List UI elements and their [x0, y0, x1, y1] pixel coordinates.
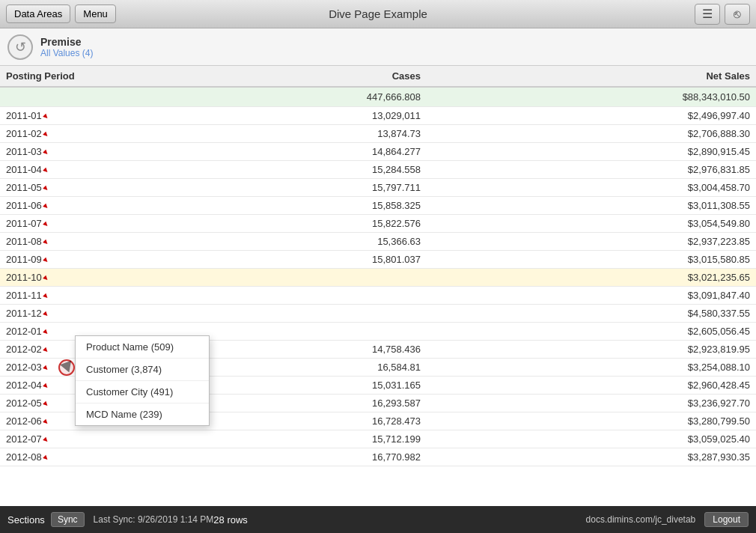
table-row[interactable]: 2011-09 ▸ 15,801.037 $3,015,580.85: [0, 251, 756, 269]
netsales-cell: $3,280,799.50: [427, 412, 756, 430]
period-value: 2012-04: [6, 380, 42, 391]
dive-arrow-icon: ▸: [41, 434, 52, 445]
menu-button[interactable]: Menu: [75, 4, 116, 23]
dive-arrow-icon: ▸: [41, 183, 52, 193]
netsales-cell: $3,021,235.65: [427, 269, 756, 287]
netsales-cell: $2,496,997.40: [427, 107, 756, 125]
cases-cell: 15,858.325: [127, 197, 427, 215]
share-button[interactable]: ⎋: [725, 4, 750, 25]
summary-netsales: $88,343,010.50: [427, 87, 756, 107]
col-header-period: Posting Period: [0, 66, 127, 87]
period-cell: 2011-09 ▸: [0, 251, 127, 269]
period-cell: 2011-02 ▸: [0, 125, 127, 143]
netsales-cell: $2,923,819.95: [427, 341, 756, 359]
logout-button[interactable]: Logout: [704, 512, 749, 527]
header-actions: ☰ ⎋: [695, 4, 750, 25]
table-row[interactable]: 2011-08 ▸ 15,366.63 $2,937,223.85: [0, 233, 756, 251]
netsales-cell: $3,254,088.10: [427, 359, 756, 377]
netsales-cell: $2,706,888.30: [427, 125, 756, 143]
data-areas-button[interactable]: Data Areas: [6, 4, 70, 23]
dive-arrow-icon: ▸: [41, 111, 52, 121]
table-row[interactable]: 2011-04 ▸ 15,284.558 $2,976,831.85: [0, 161, 756, 179]
table-row[interactable]: 2011-03 ▸ 14,864.277 $2,890,915.45: [0, 143, 756, 161]
dive-arrow-icon: ▸: [41, 129, 52, 139]
table-row[interactable]: 2011-11 ▸ $3,091,847.40: [0, 287, 756, 305]
cases-cell: 15,797.711: [127, 179, 427, 197]
cases-cell: 13,874.73: [127, 125, 427, 143]
sections-button[interactable]: Sections: [7, 514, 45, 526]
period-cell: 2011-06 ▸: [0, 197, 127, 215]
premise-icon: ↺: [7, 34, 33, 60]
table-row[interactable]: 2012-07 ▸ 15,712.199 $3,059,025.40: [0, 430, 756, 448]
netsales-cell: $3,004,458.70: [427, 179, 756, 197]
table-row[interactable]: 2011-05 ▸ 15,797.711 $3,004,458.70: [0, 179, 756, 197]
dropdown-item[interactable]: Customer City (491): [76, 381, 209, 403]
premise-sub: All Values (4): [40, 48, 93, 58]
period-cell: 2011-04 ▸: [0, 161, 127, 179]
period-value: 2011-07: [6, 218, 42, 229]
table-row[interactable]: 2011-10 ▸ $3,021,235.65: [0, 269, 756, 287]
rows-count: 28 rows: [213, 514, 248, 526]
table-row[interactable]: 2012-08 ▸ 16,770.982 $3,287,930.35: [0, 448, 756, 466]
period-value: 2012-08: [6, 451, 42, 463]
dive-arrow-icon: ▸: [41, 326, 52, 337]
period-value: 2012-01: [6, 326, 42, 337]
netsales-cell: $3,054,549.80: [427, 215, 756, 233]
period-value: 2011-05: [6, 182, 42, 193]
period-cell: 2011-10 ▸: [0, 269, 127, 287]
period-value: 2012-06: [6, 415, 42, 427]
dive-arrow-icon: ▸: [41, 452, 52, 463]
dive-arrow-icon: ▸: [41, 398, 52, 409]
period-cell: 2011-05 ▸: [0, 179, 127, 197]
netsales-cell: $3,091,847.40: [427, 287, 756, 305]
sync-button[interactable]: Sync: [51, 512, 85, 527]
summary-cases: 447,666.808: [127, 87, 427, 107]
dropdown-item[interactable]: MCD Name (239): [76, 403, 209, 425]
period-cell: 2012-07 ▸: [0, 430, 127, 448]
premise-bar: ↺ Premise All Values (4): [0, 28, 756, 66]
dive-arrow-icon: ▸: [41, 237, 52, 247]
period-cell: 2011-03 ▸: [0, 143, 127, 161]
table-row[interactable]: 2011-07 ▸ 15,822.576 $3,054,549.80: [0, 215, 756, 233]
period-value: 2011-03: [6, 146, 42, 157]
period-value: 2011-02: [6, 128, 42, 139]
period-value: 2012-07: [6, 433, 42, 445]
period-cell: 2011-07 ▸: [0, 215, 127, 233]
data-table-container[interactable]: Posting Period Cases Net Sales 447,666.8…: [0, 66, 756, 506]
netsales-cell: $2,937,223.85: [427, 233, 756, 251]
dive-arrow-icon: ▸: [41, 380, 52, 391]
dive-dropdown[interactable]: Product Name (509)Customer (3,874)Custom…: [75, 335, 210, 426]
cases-cell: 14,864.277: [127, 143, 427, 161]
netsales-cell: $3,287,930.35: [427, 448, 756, 466]
period-value: 2011-08: [6, 236, 42, 247]
period-value: 2011-04: [6, 164, 42, 175]
cases-cell: [127, 269, 427, 287]
table-row[interactable]: 2011-06 ▸ 15,858.325 $3,011,308.55: [0, 197, 756, 215]
period-cell: 2011-11 ▸: [0, 287, 127, 305]
dropdown-item[interactable]: Product Name (509): [76, 336, 209, 359]
period-value: 2011-06: [6, 200, 42, 211]
table-row[interactable]: 2011-02 ▸ 13,874.73 $2,706,888.30: [0, 125, 756, 143]
col-header-netsales: Net Sales: [427, 66, 756, 87]
summary-period: [0, 87, 127, 107]
dive-arrow-icon: ▸: [41, 147, 52, 157]
table-row[interactable]: 2011-01 ▸ 13,029,011 $2,496,997.40: [0, 107, 756, 125]
page-title: Dive Page Example: [329, 7, 427, 20]
dive-arrow-icon: ▸: [41, 255, 52, 265]
header-bar: Data Areas Menu Dive Page Example ☰ ⎋: [0, 0, 756, 28]
dive-arrow-icon: ▸: [41, 308, 52, 319]
col-header-cases: Cases: [127, 66, 427, 87]
netsales-cell: $3,059,025.40: [427, 430, 756, 448]
dive-arrow-icon: ▸: [41, 344, 52, 355]
dive-arrow-icon: ▸: [41, 201, 52, 211]
period-value: 2012-05: [6, 398, 42, 409]
period-value: 2011-12: [6, 308, 42, 319]
netsales-cell: $3,015,580.85: [427, 251, 756, 269]
cases-cell: 15,801.037: [127, 251, 427, 269]
last-sync-label: Last Sync: 9/26/2019 1:14 PM: [94, 514, 214, 525]
hamburger-button[interactable]: ☰: [695, 4, 720, 25]
cases-cell: 15,822.576: [127, 215, 427, 233]
dropdown-item[interactable]: Customer (3,874): [76, 359, 209, 381]
table-row[interactable]: 2011-12 ▸ $4,580,337.55: [0, 305, 756, 323]
period-value: 2011-11: [6, 290, 42, 301]
